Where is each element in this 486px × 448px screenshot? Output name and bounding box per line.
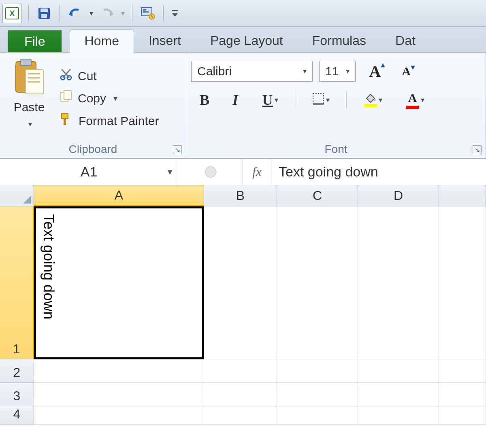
font-size-value: 11 (325, 64, 339, 78)
font-size-combo[interactable]: 11 ▾ (319, 61, 356, 82)
cell-c2[interactable] (277, 359, 358, 383)
qat-separator (60, 5, 60, 22)
undo-dropdown[interactable]: ▾ (88, 9, 94, 18)
underline-button[interactable]: U ▾ (256, 90, 284, 110)
cell-e4[interactable] (439, 406, 486, 425)
font-color-dropdown-icon[interactable]: ▾ (421, 96, 424, 104)
copy-dropdown-icon[interactable]: ▾ (113, 93, 117, 103)
cell-b4[interactable] (204, 406, 277, 425)
cell-c1[interactable] (277, 206, 358, 359)
name-box[interactable]: A1 ▾ (0, 159, 178, 185)
divider (346, 91, 347, 109)
format-painter-button[interactable]: Format Painter (59, 112, 159, 130)
underline-dropdown-icon[interactable]: ▾ (275, 96, 278, 104)
cells-area[interactable]: Text going down (34, 206, 486, 425)
column-header-a[interactable]: A (34, 185, 204, 206)
cell-d4[interactable] (358, 406, 439, 425)
cell-d1[interactable] (358, 206, 439, 359)
cell-a3[interactable] (34, 383, 204, 406)
font-color-button[interactable]: A ▾ (399, 90, 431, 110)
italic-button[interactable]: I (225, 90, 245, 110)
borders-icon (312, 93, 324, 108)
underline-icon: U (262, 91, 273, 108)
font-name-combo[interactable]: Calibri ▾ (191, 61, 313, 82)
tab-formulas[interactable]: Formulas (298, 29, 381, 52)
save-button[interactable] (35, 4, 53, 22)
bold-icon: B (200, 91, 209, 108)
cell-a1-value: Text going down (40, 214, 57, 319)
copy-button[interactable]: Copy ▾ (59, 90, 159, 106)
tab-data[interactable]: Dat (381, 29, 430, 52)
cancel-formula-button (205, 166, 216, 178)
column-header-b[interactable]: B (204, 185, 277, 206)
svg-rect-9 (143, 11, 149, 13)
svg-rect-27 (313, 93, 324, 104)
font-dialog-launcher[interactable]: ↘ (473, 145, 482, 154)
column-header-e[interactable] (439, 185, 486, 206)
undo-button[interactable] (66, 4, 84, 22)
borders-dropdown-icon[interactable]: ▾ (326, 96, 330, 104)
svg-marker-12 (172, 13, 178, 17)
increase-font-size-button[interactable]: A▴ (362, 61, 388, 81)
cell-d2[interactable] (358, 359, 439, 383)
clipboard-dialog-launcher[interactable]: ↘ (173, 145, 182, 154)
decrease-font-size-button[interactable]: A▾ (394, 61, 418, 81)
fill-color-button[interactable]: ▾ (357, 90, 389, 110)
svg-rect-8 (143, 9, 146, 11)
group-clipboard-label: Clipboard (69, 143, 117, 156)
cell-b3[interactable] (204, 383, 277, 406)
cell-c4[interactable] (277, 406, 358, 425)
cell-b1[interactable] (204, 206, 277, 359)
active-cell-a1[interactable]: Text going down (34, 206, 204, 359)
fx-icon[interactable]: fx (243, 159, 271, 185)
column-header-d[interactable]: D (358, 185, 439, 206)
group-font: Calibri ▾ 11 ▾ A▴ A▾ (186, 53, 486, 158)
group-font-label: Font (324, 143, 347, 156)
tab-file[interactable]: File (8, 30, 62, 52)
tab-page-layout[interactable]: Page Layout (196, 29, 298, 52)
paste-button[interactable]: Paste ▾ (5, 56, 53, 141)
cell-e1[interactable] (439, 206, 486, 359)
print-preview-button[interactable] (139, 4, 157, 22)
redo-button (98, 4, 116, 22)
font-name-value: Calibri (197, 64, 232, 78)
copy-label: Copy (78, 91, 106, 105)
formula-input[interactable]: Text going down (271, 159, 486, 185)
cell-a4[interactable] (34, 406, 204, 425)
cut-button[interactable]: Cut (59, 68, 159, 84)
row-header-4[interactable]: 4 (0, 406, 34, 425)
row-header-2[interactable]: 2 (0, 359, 34, 383)
svg-line-21 (63, 69, 70, 78)
svg-rect-14 (21, 59, 31, 66)
cell-a2[interactable] (34, 359, 204, 383)
svg-text:X: X (9, 9, 15, 18)
formula-bar-buttons (178, 159, 243, 185)
quick-access-toolbar: X ▾ ▾ (0, 0, 486, 27)
select-all-corner[interactable] (0, 185, 34, 206)
qat-separator (163, 5, 164, 22)
bold-button[interactable]: B (194, 90, 215, 110)
cell-d3[interactable] (358, 383, 439, 406)
svg-rect-16 (28, 73, 40, 74)
cell-b2[interactable] (204, 359, 277, 383)
cell-e2[interactable] (439, 359, 486, 383)
fill-color-dropdown-icon[interactable]: ▾ (379, 96, 382, 104)
row-header-1[interactable]: 1 (0, 206, 34, 359)
row-headers: 1 2 3 4 (0, 206, 34, 425)
paste-label: Paste (14, 100, 45, 114)
copy-icon (59, 90, 73, 106)
row-header-3[interactable]: 3 (0, 383, 34, 406)
excel-logo-icon[interactable]: X (2, 4, 22, 23)
tab-insert[interactable]: Insert (134, 29, 196, 52)
tab-home[interactable]: Home (70, 29, 134, 53)
column-header-c[interactable]: C (277, 185, 358, 206)
redo-dropdown: ▾ (120, 9, 126, 18)
chevron-down-icon[interactable]: ▾ (168, 167, 172, 177)
cell-c3[interactable] (277, 383, 358, 406)
paste-icon (12, 58, 47, 99)
qat-customize-dropdown[interactable] (170, 9, 180, 17)
formula-bar: A1 ▾ fx Text going down (0, 159, 486, 185)
cell-e3[interactable] (439, 383, 486, 406)
borders-button[interactable]: ▾ (306, 90, 336, 110)
paste-dropdown-icon[interactable]: ▾ (28, 120, 32, 128)
